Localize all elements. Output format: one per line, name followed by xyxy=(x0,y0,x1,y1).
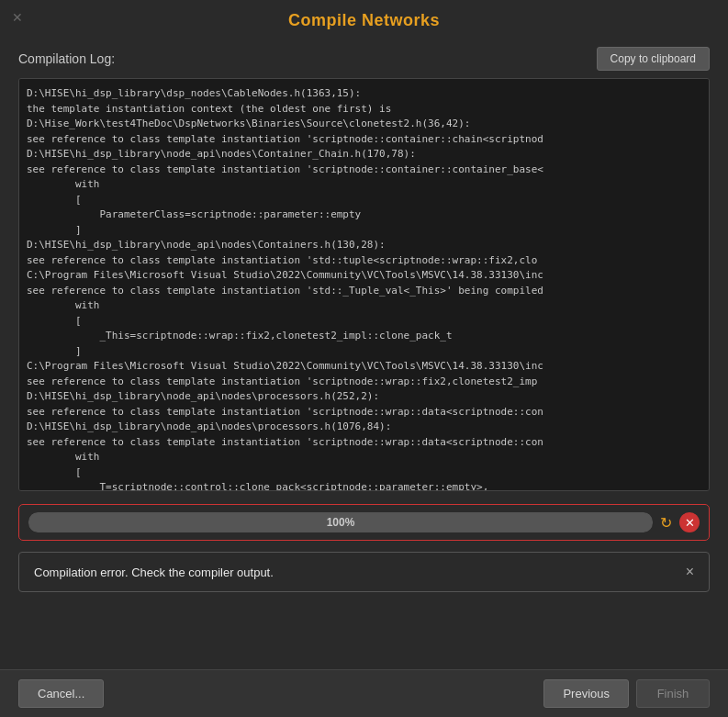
log-container[interactable]: D:\HISE\hi_dsp_library\dsp_nodes\CableNo… xyxy=(18,78,710,491)
cancel-progress-button[interactable]: ✕ xyxy=(679,512,700,532)
main-content: Compilation Log: Copy to clipboard D:\HI… xyxy=(0,38,728,601)
finish-button: Finish xyxy=(636,679,710,708)
window-title: Compile Networks xyxy=(288,11,440,30)
error-close-button[interactable]: × xyxy=(686,564,694,580)
copy-to-clipboard-button[interactable]: Copy to clipboard xyxy=(597,47,710,71)
previous-button[interactable]: Previous xyxy=(543,679,629,708)
bottom-right-buttons: Previous Finish xyxy=(543,679,710,708)
cancel-button[interactable]: Cancel... xyxy=(18,679,104,708)
refresh-icon[interactable]: ↻ xyxy=(660,514,672,532)
progress-label: 100% xyxy=(28,516,653,529)
compilation-header: Compilation Log: Copy to clipboard xyxy=(18,47,710,71)
compilation-log-label: Compilation Log: xyxy=(18,51,115,66)
progress-section: 100% ↻ ✕ xyxy=(18,504,710,541)
error-banner: Compilation error. Check the compiler ou… xyxy=(18,552,710,592)
title-bar: ✕ Compile Networks xyxy=(0,0,728,38)
bottom-bar: Cancel... Previous Finish xyxy=(0,669,728,717)
log-text: D:\HISE\hi_dsp_library\dsp_nodes\CableNo… xyxy=(27,86,701,491)
error-message: Compilation error. Check the compiler ou… xyxy=(34,566,274,579)
window-close-button[interactable]: ✕ xyxy=(9,9,26,26)
progress-bar: 100% xyxy=(28,512,653,532)
